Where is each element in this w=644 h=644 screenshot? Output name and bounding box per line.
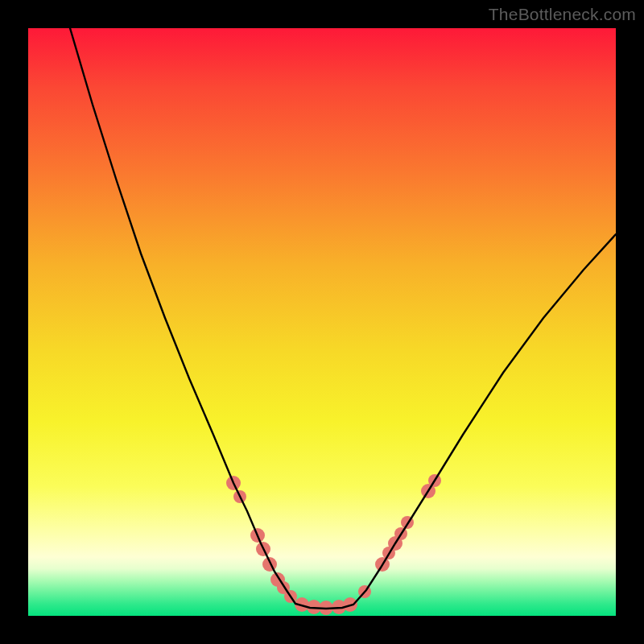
curve-line: [70, 28, 616, 609]
watermark-text: TheBottleneck.com: [489, 5, 636, 24]
chart-frame: TheBottleneck.com: [0, 0, 644, 644]
plot-area: [28, 28, 616, 616]
data-dots: [226, 474, 441, 615]
data-dot: [262, 557, 277, 572]
bottleneck-curve: [28, 28, 616, 616]
